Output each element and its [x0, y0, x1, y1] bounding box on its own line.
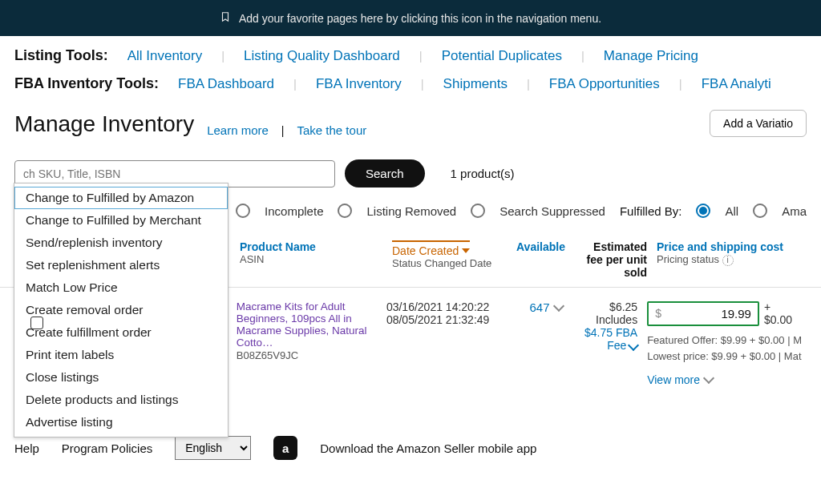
radio-listing-removed[interactable]	[338, 204, 352, 218]
info-icon[interactable]: i	[722, 255, 734, 266]
link-fba-analytics[interactable]: FBA Analyti	[702, 76, 771, 92]
caret-down-icon	[462, 248, 470, 253]
dd-print-item-labels[interactable]: Print item labels	[14, 344, 228, 366]
topbar: Add your favorite pages here by clicking…	[0, 0, 821, 36]
listing-tools-row: Listing Tools: All Inventory| Listing Qu…	[0, 36, 821, 64]
add-variation-button[interactable]: Add a Variatio	[710, 110, 807, 137]
date-created: 03/16/2021 14:20:22	[386, 300, 499, 313]
download-app-link[interactable]: Download the Amazon Seller mobile app	[320, 442, 536, 455]
radio-fulfilled-amazon[interactable]	[753, 204, 767, 218]
page-title: Manage Inventory	[14, 111, 194, 137]
col-price-sub: Pricing status i	[657, 253, 802, 266]
bookmark-icon	[220, 11, 231, 25]
radio-fulfilled-all[interactable]	[696, 204, 710, 218]
link-all-inventory[interactable]: All Inventory	[127, 48, 203, 64]
link-manage-pricing[interactable]: Manage Pricing	[604, 48, 698, 64]
link-fba-dashboard[interactable]: FBA Dashboard	[178, 76, 274, 92]
link-potential-duplicates[interactable]: Potential Duplicates	[442, 48, 562, 64]
lowest-price: Lowest price: $9.99 + $0.00 | Mat	[647, 349, 802, 365]
dd-send-replenish[interactable]: Send/replenish inventory	[14, 232, 228, 254]
col-product-name[interactable]: Product Name	[240, 240, 316, 253]
view-more-link[interactable]: View more	[647, 373, 713, 386]
take-tour-link[interactable]: Take the tour	[297, 123, 367, 137]
dd-fulfilled-merchant[interactable]: Change to Fulfilled by Merchant	[14, 209, 228, 232]
link-fba-inventory[interactable]: FBA Inventory	[316, 76, 402, 92]
col-date-sub: Status Changed Date	[392, 257, 507, 269]
help-link[interactable]: Help	[14, 442, 39, 455]
chevron-down-icon	[628, 340, 639, 351]
link-shipments[interactable]: Shipments	[443, 76, 508, 92]
col-price[interactable]: Price and shipping cost	[657, 240, 783, 253]
available-value[interactable]: 647	[529, 300, 562, 314]
product-asin: B08Z65V9JC	[237, 349, 298, 361]
app-icon: a	[273, 436, 297, 460]
featured-offer: Featured Offer: $9.99 + $0.00 | M	[647, 333, 802, 349]
fulfilled-by-label: Fulfilled By:	[620, 204, 682, 218]
fee-amount: $6.25	[572, 300, 638, 313]
col-product-sub: ASIN	[240, 253, 382, 265]
link-listing-quality[interactable]: Listing Quality Dashboard	[244, 48, 400, 64]
dd-close-listings[interactable]: Close listings	[14, 366, 228, 389]
link-fba-opportunities[interactable]: FBA Opportunities	[549, 76, 660, 92]
fba-tools-label: FBA Inventory Tools:	[14, 75, 159, 92]
topbar-text: Add your favorite pages here by clicking…	[239, 12, 601, 25]
radio-incomplete[interactable]	[236, 204, 250, 218]
col-available[interactable]: Available	[516, 240, 565, 253]
policies-link[interactable]: Program Policies	[62, 442, 152, 455]
product-name-link[interactable]: Macrame Kits for Adult Beginners, 109pcs…	[237, 300, 377, 349]
dd-match-low-price[interactable]: Match Low Price	[14, 276, 228, 299]
fee-includes: Includes	[572, 313, 638, 326]
listing-tools-label: Listing Tools:	[14, 47, 108, 64]
dd-advertise-listing[interactable]: Advertise listing	[14, 411, 228, 433]
learn-more-link[interactable]: Learn more	[207, 123, 269, 137]
dd-create-removal-order[interactable]: Create removal order	[14, 299, 228, 321]
dd-delete-products[interactable]: Delete products and listings	[14, 389, 228, 411]
action-dropdown[interactable]: Change to Fulfilled by Amazon Change to …	[14, 183, 229, 437]
page-title-row: Manage Inventory Learn more | Take the t…	[0, 92, 821, 137]
product-count: 1 product(s)	[451, 167, 515, 180]
price-input[interactable]: $ 19.99	[647, 301, 759, 326]
chevron-down-icon	[552, 300, 564, 311]
date-changed: 08/05/2021 21:32:49	[386, 313, 499, 326]
footer-row: Help Program Policies English a Download…	[0, 431, 821, 474]
chevron-down-icon	[703, 373, 714, 384]
language-select[interactable]: English	[175, 436, 251, 460]
fba-tools-row: FBA Inventory Tools: FBA Dashboard| FBA …	[0, 64, 821, 92]
search-button[interactable]: Search	[345, 159, 425, 187]
dd-fulfilled-amazon[interactable]: Change to Fulfilled by Amazon	[14, 187, 228, 209]
radio-search-suppressed[interactable]	[471, 204, 485, 218]
shipping-cost: + $0.00	[764, 300, 802, 326]
dd-create-fulfillment-order[interactable]: Create fulfillment order	[14, 321, 228, 344]
col-fee: Estimated fee per unit sold	[587, 240, 647, 279]
search-row: Search 1 product(s)	[0, 137, 821, 187]
fee-link[interactable]: Fee	[607, 339, 637, 352]
dd-replenishment-alerts[interactable]: Set replenishment alerts	[14, 254, 228, 276]
col-date-created[interactable]: Date Created	[392, 240, 470, 257]
fee-fba[interactable]: $4.75 FBA	[584, 326, 637, 339]
